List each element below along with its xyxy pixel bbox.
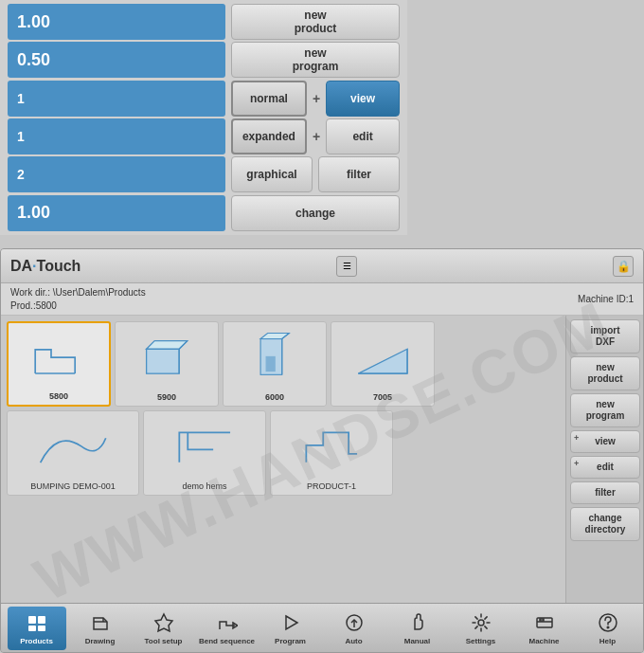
manual-icon xyxy=(405,610,430,635)
main-app: DA·Touch ☰ 🔒 Work dir.: \User\Dalem\Prod… xyxy=(0,248,644,653)
main-content: 5800 5900 xyxy=(1,316,643,603)
svg-rect-1 xyxy=(146,349,179,373)
cell-id-5900: 5900 xyxy=(157,392,176,402)
svg-rect-15 xyxy=(28,626,36,631)
svg-marker-10 xyxy=(358,349,407,373)
product-cell-6000[interactable]: 6000 xyxy=(223,321,327,407)
menu-row-1: 1.00 newproduct xyxy=(8,4,400,40)
value-display-5: 2 xyxy=(8,156,225,192)
svg-marker-20 xyxy=(155,614,172,631)
normal-view-option[interactable]: normal xyxy=(231,81,307,117)
svg-rect-14 xyxy=(38,616,45,624)
svg-rect-28 xyxy=(540,619,544,621)
cell-name-product1: PRODUCT-1 xyxy=(307,481,356,491)
right-sidebar: importDXF newproduct newprogram + view +… xyxy=(565,316,643,603)
menu-row-5: 2 graphical filter xyxy=(8,156,400,192)
plus-icon-view: + xyxy=(313,91,320,106)
change-directory-button[interactable]: changedirectory xyxy=(570,507,640,541)
title-bar: DA·Touch ☰ 🔒 xyxy=(1,249,643,283)
cell-id-5800: 5800 xyxy=(49,391,68,401)
product-cell-demohems[interactable]: demo hems xyxy=(143,410,266,496)
bendsequence-label: Bend sequence xyxy=(199,637,255,645)
svg-marker-22 xyxy=(286,616,297,629)
value-display-1: 1.00 xyxy=(8,4,225,40)
toolbar-machine[interactable]: Machine xyxy=(515,607,574,650)
toolbar-settings[interactable]: Settings xyxy=(452,607,510,650)
cell-name-bumping: BUMPING DEMO-001 xyxy=(30,481,116,491)
manual-label: Manual xyxy=(404,637,431,645)
toolbar-auto[interactable]: Auto xyxy=(325,607,384,650)
value-display-4: 1 xyxy=(8,118,225,154)
grid-row-1: 5800 5900 xyxy=(7,321,560,407)
settings-label: Settings xyxy=(466,637,496,645)
svg-rect-9 xyxy=(266,356,275,371)
app-logo: DA·Touch xyxy=(10,258,80,275)
toolsetup-icon xyxy=(152,610,176,635)
machine-icon xyxy=(532,610,557,635)
sidebar-new-program-button[interactable]: newprogram xyxy=(570,393,640,427)
product-cell-7005[interactable]: 7005 xyxy=(331,321,435,407)
empty-area xyxy=(7,499,560,597)
filter-button[interactable]: filter xyxy=(318,156,400,192)
product-grid: 5800 5900 xyxy=(1,316,565,603)
product-cell-5800[interactable]: 5800 xyxy=(7,321,111,407)
sidebar-filter-button[interactable]: filter xyxy=(570,481,640,504)
menu-row-3: 1 normal + view xyxy=(8,81,400,117)
product-preview-demohems xyxy=(144,410,265,481)
work-dir-text: Work dir.: \User\Dalem\Products Prod.:58… xyxy=(10,286,146,313)
product-preview-5900 xyxy=(116,322,218,392)
view-plus-icon: + xyxy=(574,433,579,444)
toolbar-program[interactable]: Program xyxy=(261,607,320,650)
change-button[interactable]: change xyxy=(231,195,400,231)
toolbar-help[interactable]: Help xyxy=(579,607,637,650)
new-product-button[interactable]: newproduct xyxy=(231,4,400,40)
sidebar-new-product-button[interactable]: newproduct xyxy=(570,356,640,390)
toolbar-toolsetup[interactable]: Tool setup xyxy=(134,607,193,650)
top-menu: 1.00 newproduct 0.50 newprogram 1 normal… xyxy=(0,0,407,235)
graphical-view-option[interactable]: graphical xyxy=(231,156,313,192)
product-cell-product1[interactable]: PRODUCT-1 xyxy=(270,410,393,496)
product-preview-bumping xyxy=(8,411,138,481)
svg-rect-16 xyxy=(38,626,45,631)
help-icon xyxy=(596,610,620,635)
machine-label: Machine xyxy=(528,637,559,645)
value-display-3: 1 xyxy=(8,81,225,117)
grid-row-2: BUMPING DEMO-001 demo hems xyxy=(7,410,560,496)
value-display-2: 0.50 xyxy=(8,42,225,78)
toolbar-manual[interactable]: Manual xyxy=(388,607,447,650)
title-lock-icon[interactable]: 🔒 xyxy=(613,256,634,277)
menu-row-2: 0.50 newprogram xyxy=(8,42,400,78)
product-cell-5900[interactable]: 5900 xyxy=(115,321,219,407)
sidebar-edit-button[interactable]: + edit xyxy=(570,456,640,479)
menu-row-6: 1.00 change xyxy=(8,195,400,231)
new-program-button[interactable]: newprogram xyxy=(231,42,400,78)
program-label: Program xyxy=(275,637,306,645)
expanded-view-option[interactable]: expanded xyxy=(231,118,307,154)
drawing-icon xyxy=(88,610,113,635)
value-display-6: 1.00 xyxy=(8,195,225,231)
toolbar-products[interactable]: Products xyxy=(8,607,66,650)
plus-icon-edit: + xyxy=(313,129,320,144)
bendsequence-icon xyxy=(215,610,240,635)
product-preview-7005 xyxy=(331,322,434,392)
product-preview-5800 xyxy=(9,323,109,391)
products-icon xyxy=(25,610,49,635)
svg-point-25 xyxy=(478,620,484,626)
edit-button[interactable]: edit xyxy=(326,118,400,154)
cell-name-demohems: demo hems xyxy=(182,481,226,491)
toolbar-bendsequence[interactable]: Bend sequence xyxy=(198,607,257,650)
sidebar-view-button[interactable]: + view xyxy=(570,430,640,453)
view-button[interactable]: view xyxy=(326,81,400,117)
drawing-label: Drawing xyxy=(85,637,116,645)
import-dxf-button[interactable]: importDXF xyxy=(570,319,640,354)
title-icon-list[interactable]: ☰ xyxy=(336,256,357,277)
products-label: Products xyxy=(20,637,53,645)
product-cell-bumping[interactable]: BUMPING DEMO-001 xyxy=(7,410,139,496)
title-center: ☰ xyxy=(90,256,603,277)
help-label: Help xyxy=(599,637,616,645)
toolsetup-label: Tool setup xyxy=(145,637,183,645)
auto-icon xyxy=(342,610,367,635)
toolbar-drawing[interactable]: Drawing xyxy=(71,607,130,650)
product-preview-6000 xyxy=(224,321,326,392)
cell-id-7005: 7005 xyxy=(373,392,392,402)
